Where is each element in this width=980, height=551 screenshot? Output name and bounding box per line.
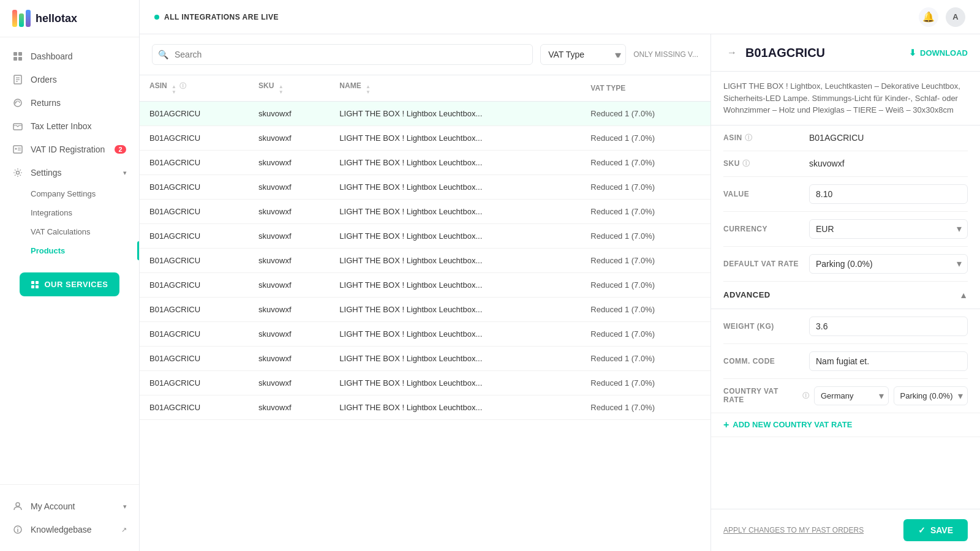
country-select[interactable]: Germany France Italy Spain	[814, 386, 889, 405]
sidebar-item-returns-label: Returns	[31, 98, 61, 108]
returns-icon	[12, 97, 23, 108]
save-checkmark-icon: ✓	[918, 525, 925, 535]
topbar-left: ALL INTEGRATIONS ARE LIVE	[154, 13, 279, 21]
orders-icon	[12, 74, 23, 85]
table-row[interactable]: B01AGCRICU skuvowxf LIGHT THE BOX ! Ligh…	[140, 151, 710, 175]
weight-input[interactable]	[809, 317, 968, 336]
apply-changes-button[interactable]: APPLY CHANGES TO MY PAST ORDERS	[723, 526, 864, 534]
cell-sku: skuvowxf	[249, 371, 330, 395]
cell-vat-type: Reduced 1 (7.0%)	[581, 298, 710, 322]
currency-field-label: CURRENCY	[723, 225, 809, 233]
sidebar-item-dashboard[interactable]: Dashboard	[0, 45, 139, 68]
country-rate-select[interactable]: Parking (0.0%) Standard (19.0%) Reduced …	[894, 386, 968, 405]
country-rate-select-wrap: Parking (0.0%) Standard (19.0%) Reduced …	[894, 386, 968, 405]
cell-asin: B01AGCRICU	[140, 151, 249, 175]
sidebar-item-settings-label: Settings	[31, 168, 62, 178]
sidebar-sub-products[interactable]: Products	[0, 241, 139, 260]
table-row[interactable]: B01AGCRICU skuvowxf LIGHT THE BOX ! Ligh…	[140, 322, 710, 347]
svg-point-8	[14, 99, 21, 107]
save-button[interactable]: ✓ SAVE	[903, 519, 968, 541]
my-account-chevron: ▾	[123, 503, 127, 511]
our-services-button[interactable]: OUR SERVICES	[20, 272, 119, 296]
col-asin[interactable]: ASIN ▲▼ ⓘ	[140, 75, 249, 102]
table-row[interactable]: B01AGCRICU skuvowxf LIGHT THE BOX ! Ligh…	[140, 126, 710, 151]
comm-code-input[interactable]	[809, 351, 968, 371]
weight-label: WEIGHT (KG)	[723, 322, 809, 331]
cell-name: LIGHT THE BOX ! Lightbox Leuchtbox...	[330, 347, 581, 371]
table-row[interactable]: B01AGCRICU skuvowxf LIGHT THE BOX ! Ligh…	[140, 224, 710, 249]
table-row[interactable]: B01AGCRICU skuvowxf LIGHT THE BOX ! Ligh…	[140, 395, 710, 420]
table-row[interactable]: B01AGCRICU skuvowxf LIGHT THE BOX ! Ligh…	[140, 347, 710, 371]
inbox-icon	[12, 121, 23, 132]
currency-select[interactable]: EUR USD GBP	[809, 219, 968, 239]
sidebar-item-returns[interactable]: Returns	[0, 91, 139, 114]
default-vat-rate-label: DEFAULT VAT RATE	[723, 260, 809, 268]
default-vat-rate-select-wrap: Parking (0.0%) Standard (19.0%) Reduced …	[809, 254, 968, 274]
svg-rect-1	[18, 52, 22, 56]
sidebar-item-orders[interactable]: Orders	[0, 68, 139, 91]
fields-section: ASIN ⓘ B01AGCRICU SKU ⓘ skuvowxf VALUE	[711, 126, 980, 282]
add-country-vat-button[interactable]: + ADD NEW COUNTRY VAT RATE	[711, 413, 980, 437]
col-sku[interactable]: SKU ▲▼	[249, 75, 330, 102]
vat-type-select[interactable]: VAT Type	[540, 44, 626, 65]
table-row[interactable]: B01AGCRICU skuvowxf LIGHT THE BOX ! Ligh…	[140, 249, 710, 273]
cell-name: LIGHT THE BOX ! Lightbox Leuchtbox...	[330, 102, 581, 126]
field-comm-code: COMM. CODE	[723, 344, 968, 379]
table-row[interactable]: B01AGCRICU skuvowxf LIGHT THE BOX ! Ligh…	[140, 298, 710, 322]
detail-panel: → B01AGCRICU ⬇ DOWNLOAD LIGHT THE BOX ! …	[710, 34, 980, 551]
download-icon: ⬇	[909, 48, 916, 58]
default-vat-rate-select[interactable]: Parking (0.0%) Standard (19.0%) Reduced …	[809, 254, 968, 274]
sidebar-item-my-account[interactable]: My Account ▾	[0, 495, 139, 518]
sidebar-sub-integrations[interactable]: Integrations	[0, 203, 139, 222]
table-row[interactable]: B01AGCRICU skuvowxf LIGHT THE BOX ! Ligh…	[140, 102, 710, 126]
cell-sku: skuvowxf	[249, 298, 330, 322]
sidebar-item-vat-label: VAT ID Registration	[31, 144, 105, 154]
table-row[interactable]: B01AGCRICU skuvowxf LIGHT THE BOX ! Ligh…	[140, 371, 710, 395]
sidebar-item-vat-id-registration[interactable]: VAT ID Registration 2	[0, 138, 139, 161]
col-vat-type[interactable]: VAT TYPE	[581, 75, 710, 102]
cell-sku: skuvowxf	[249, 395, 330, 420]
back-button[interactable]: →	[723, 44, 741, 61]
cell-vat-type: Reduced 1 (7.0%)	[581, 395, 710, 420]
download-button[interactable]: ⬇ DOWNLOAD	[909, 48, 968, 58]
table-row[interactable]: B01AGCRICU skuvowxf LIGHT THE BOX ! Ligh…	[140, 175, 710, 200]
search-input[interactable]	[152, 44, 533, 65]
sidebar-item-settings[interactable]: Settings ▾	[0, 161, 139, 184]
sidebar-item-knowledgebase[interactable]: Knowledgebase ↗	[0, 518, 139, 541]
sidebar-item-tax-letter-inbox[interactable]: Tax Letter Inbox	[0, 114, 139, 138]
svg-rect-0	[13, 52, 17, 56]
table-row[interactable]: B01AGCRICU skuvowxf LIGHT THE BOX ! Ligh…	[140, 200, 710, 224]
add-country-label: ADD NEW COUNTRY VAT RATE	[733, 420, 852, 429]
cell-vat-type: Reduced 1 (7.0%)	[581, 175, 710, 200]
svg-rect-15	[31, 281, 34, 284]
svg-point-22	[17, 527, 18, 528]
search-box: 🔍	[152, 44, 533, 65]
cell-vat-type: Reduced 1 (7.0%)	[581, 322, 710, 347]
cell-sku: skuvowxf	[249, 200, 330, 224]
cell-name: LIGHT THE BOX ! Lightbox Leuchtbox...	[330, 273, 581, 298]
sidebar-sub-vat-calculations[interactable]: VAT Calculations	[0, 222, 139, 241]
col-name[interactable]: NAME ▲▼	[330, 75, 581, 102]
asin-field-value: B01AGCRICU	[809, 133, 968, 143]
cell-asin: B01AGCRICU	[140, 200, 249, 224]
svg-point-14	[17, 171, 20, 174]
user-avatar[interactable]: A	[946, 7, 965, 27]
cell-sku: skuvowxf	[249, 224, 330, 249]
cell-sku: skuvowxf	[249, 322, 330, 347]
cell-vat-type: Reduced 1 (7.0%)	[581, 126, 710, 151]
advanced-section-header[interactable]: ADVANCED ▲	[711, 282, 980, 309]
advanced-collapse-icon: ▲	[959, 290, 968, 300]
table-row[interactable]: B01AGCRICU skuvowxf LIGHT THE BOX ! Ligh…	[140, 273, 710, 298]
cell-asin: B01AGCRICU	[140, 224, 249, 249]
cell-sku: skuvowxf	[249, 273, 330, 298]
cell-sku: skuvowxf	[249, 175, 330, 200]
cell-name: LIGHT THE BOX ! Lightbox Leuchtbox...	[330, 151, 581, 175]
sidebar-sub-company-settings[interactable]: Company Settings	[0, 184, 139, 203]
value-input[interactable]	[809, 184, 968, 204]
asin-info: ⓘ	[745, 133, 753, 143]
notification-bell-button[interactable]: 🔔	[919, 7, 938, 27]
product-table: ASIN ▲▼ ⓘ SKU ▲▼ NAME ▲▼	[140, 75, 710, 551]
cell-asin: B01AGCRICU	[140, 395, 249, 420]
country-vat-row: COUNTRY VAT RATE ⓘ Germany France Italy …	[711, 379, 980, 413]
vat-calculations-label: VAT Calculations	[31, 227, 91, 236]
